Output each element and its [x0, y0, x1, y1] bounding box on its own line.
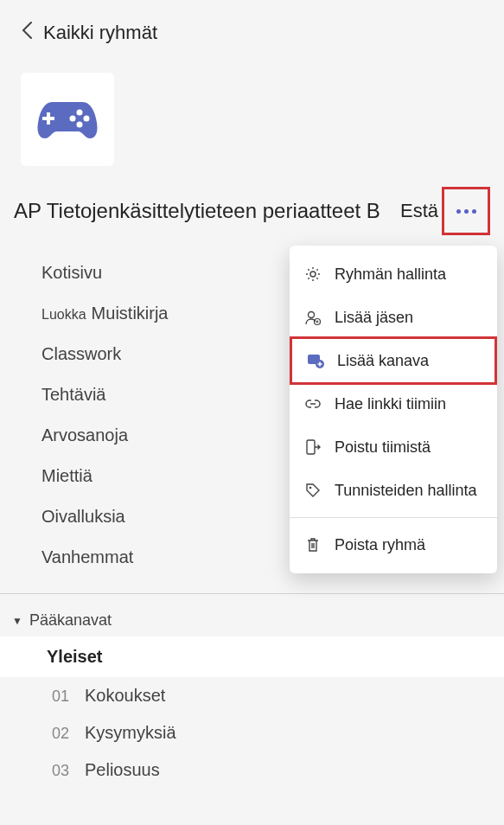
channel-item[interactable]: 03 Peliosuus	[0, 751, 504, 789]
svg-point-5	[70, 116, 76, 122]
breadcrumb-title[interactable]: Kaikki ryhmät	[43, 22, 157, 44]
menu-label: Ryhmän hallinta	[335, 265, 446, 284]
channel-number: 03	[52, 762, 76, 780]
menu-delete-team[interactable]: Poista ryhmä	[290, 523, 497, 566]
team-header: AP Tietojenkäsittelytieteen periaatteet …	[0, 166, 504, 232]
channel-item[interactable]: 01 Kokoukset	[0, 677, 504, 714]
menu-divider	[290, 517, 497, 518]
channel-item[interactable]: 02 Kysymyksiä	[0, 714, 504, 751]
channels-section: ▼ Pääkanavat Yleiset 01 Kokoukset 02 Kys…	[0, 611, 504, 789]
tag-icon	[303, 481, 322, 500]
channel-name: Kokoukset	[85, 686, 165, 706]
team-name: AP Tietojenkäsittelytieteen periaatteet …	[14, 199, 390, 223]
menu-add-member[interactable]: Lisää jäsen	[290, 296, 497, 339]
svg-point-3	[84, 116, 90, 122]
channels-label: Pääkanavat	[29, 611, 112, 630]
block-label: Estä	[400, 200, 438, 222]
svg-point-12	[309, 487, 312, 489]
breadcrumb: Kaikki ryhmät	[0, 0, 504, 55]
svg-point-7	[309, 312, 315, 318]
add-channel-icon	[306, 351, 325, 370]
gear-icon	[303, 265, 322, 284]
nav-prefix: Luokka	[41, 307, 86, 323]
menu-label: Tunnisteiden hallinta	[335, 482, 476, 500]
chevron-down-icon: ▼	[12, 615, 22, 627]
channel-general[interactable]: Yleiset	[0, 636, 504, 677]
menu-manage-tags[interactable]: Tunnisteiden hallinta	[290, 469, 497, 512]
menu-get-link[interactable]: Hae linkki tiimiin	[290, 382, 497, 425]
trash-icon	[303, 535, 322, 554]
menu-add-channel[interactable]: Lisää kanava	[290, 336, 497, 385]
channel-number: 01	[52, 688, 76, 706]
menu-leave-team[interactable]: Poistu tiimistä	[290, 425, 497, 469]
channel-number: 02	[52, 725, 76, 743]
nav-label: Muistikirja	[92, 304, 169, 323]
svg-rect-11	[307, 440, 315, 454]
svg-point-6	[310, 272, 316, 277]
svg-point-4	[77, 122, 83, 128]
link-icon	[303, 394, 322, 413]
svg-rect-1	[42, 117, 54, 120]
menu-label: Poistu tiimistä	[335, 438, 431, 457]
menu-manage-team[interactable]: Ryhmän hallinta	[290, 253, 497, 296]
menu-label: Hae linkki tiimiin	[335, 395, 446, 413]
menu-label: Lisää jäsen	[335, 309, 413, 327]
gamepad-icon	[35, 95, 100, 144]
leave-icon	[303, 438, 322, 457]
context-menu: Ryhmän hallinta Lisää jäsen Lisää kanava…	[290, 246, 497, 573]
more-options-button[interactable]	[445, 190, 487, 232]
add-member-icon	[303, 308, 322, 327]
channels-header[interactable]: ▼ Pääkanavat	[0, 611, 504, 636]
menu-label: Poista ryhmä	[335, 536, 425, 554]
highlight-box	[442, 187, 490, 235]
svg-point-2	[77, 110, 83, 116]
team-avatar	[21, 73, 114, 166]
back-chevron-icon[interactable]	[21, 21, 33, 45]
channel-name: Kysymyksiä	[85, 723, 176, 743]
menu-label: Lisää kanava	[337, 352, 429, 370]
channel-name: Peliosuus	[85, 760, 160, 780]
